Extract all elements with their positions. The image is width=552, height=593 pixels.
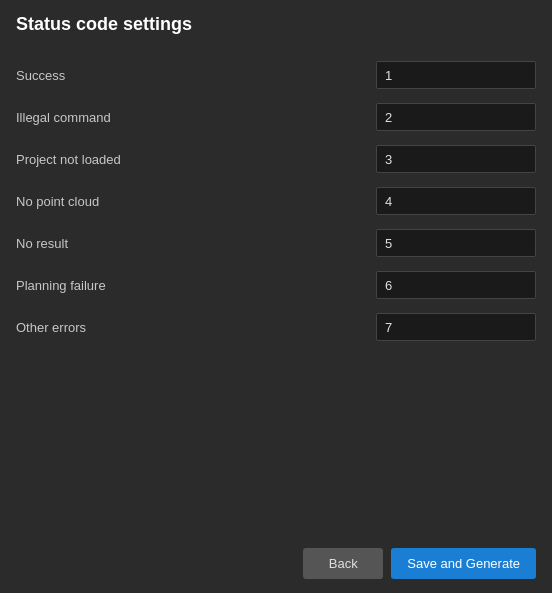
- spinner-input-project-not-loaded[interactable]: [377, 152, 536, 167]
- setting-row-illegal-command: Illegal command▲▼: [16, 97, 536, 137]
- setting-label-other-errors: Other errors: [16, 320, 86, 335]
- setting-label-illegal-command: Illegal command: [16, 110, 111, 125]
- footer: Back Save and Generate: [10, 540, 542, 583]
- setting-label-no-result: No result: [16, 236, 68, 251]
- spinner-input-illegal-command[interactable]: [377, 110, 536, 125]
- spinner-container-illegal-command: ▲▼: [376, 103, 536, 131]
- setting-label-planning-failure: Planning failure: [16, 278, 106, 293]
- spinner-input-other-errors[interactable]: [377, 320, 536, 335]
- back-button[interactable]: Back: [303, 548, 383, 579]
- setting-row-no-result: No result▲▼: [16, 223, 536, 263]
- setting-row-planning-failure: Planning failure▲▼: [16, 265, 536, 305]
- spinner-input-no-point-cloud[interactable]: [377, 194, 536, 209]
- setting-row-other-errors: Other errors▲▼: [16, 307, 536, 347]
- setting-label-project-not-loaded: Project not loaded: [16, 152, 121, 167]
- spinner-container-no-point-cloud: ▲▼: [376, 187, 536, 215]
- spinner-input-success[interactable]: [377, 68, 536, 83]
- main-container: Status code settings Success▲▼Illegal co…: [0, 0, 552, 593]
- setting-label-no-point-cloud: No point cloud: [16, 194, 99, 209]
- spinner-container-other-errors: ▲▼: [376, 313, 536, 341]
- settings-list: Success▲▼Illegal command▲▼Project not lo…: [10, 55, 542, 540]
- spinner-container-project-not-loaded: ▲▼: [376, 145, 536, 173]
- spinner-container-no-result: ▲▼: [376, 229, 536, 257]
- save-generate-button[interactable]: Save and Generate: [391, 548, 536, 579]
- setting-row-project-not-loaded: Project not loaded▲▼: [16, 139, 536, 179]
- spinner-input-no-result[interactable]: [377, 236, 536, 251]
- spinner-container-planning-failure: ▲▼: [376, 271, 536, 299]
- setting-row-no-point-cloud: No point cloud▲▼: [16, 181, 536, 221]
- setting-row-success: Success▲▼: [16, 55, 536, 95]
- setting-label-success: Success: [16, 68, 65, 83]
- page-title: Status code settings: [10, 14, 542, 35]
- spinner-container-success: ▲▼: [376, 61, 536, 89]
- spinner-input-planning-failure[interactable]: [377, 278, 536, 293]
